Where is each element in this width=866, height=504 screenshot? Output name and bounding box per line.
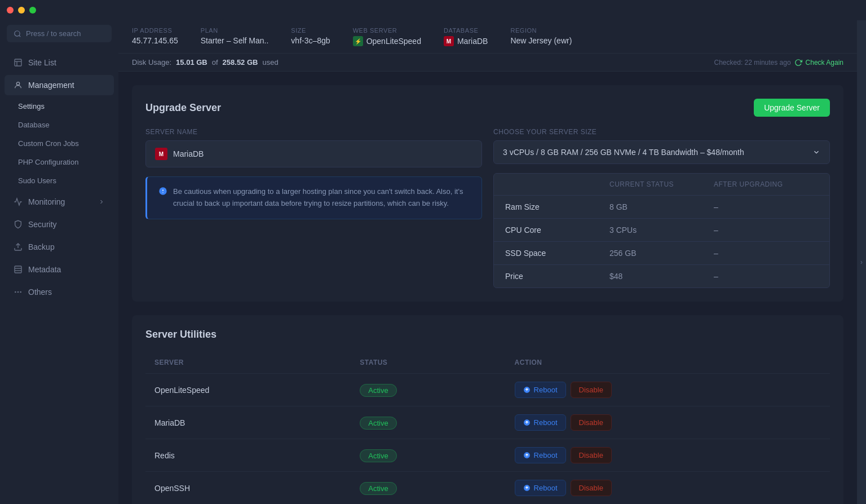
search-icon: [14, 30, 21, 38]
reboot-icon: [523, 452, 531, 459]
table-row: MariaDB Active Reboot Disable: [145, 406, 830, 439]
disk-total: 258.52 GB: [223, 58, 258, 67]
disable-button[interactable]: Disable: [571, 447, 612, 463]
upgrade-server-card: Upgrade Server Upgrade Server Server Nam…: [132, 85, 843, 302]
web-server-value: ⚡ OpenLiteSpeed: [353, 36, 421, 46]
sidebar-item-management[interactable]: Management: [5, 75, 114, 95]
right-panel-collapse[interactable]: ›: [857, 20, 866, 504]
svg-point-11: [20, 291, 21, 292]
check-again-link[interactable]: Check Again: [806, 59, 843, 67]
status-badge: Active: [360, 384, 396, 397]
reboot-icon: [523, 419, 531, 426]
server-action-cell: Reboot Disable: [506, 439, 830, 472]
server-size-select[interactable]: 3 vCPUs / 8 GB RAM / 256 GB NVMe / 4 TB …: [493, 140, 830, 164]
server-size-group: Choose Your Server Size 3 vCPUs / 8 GB R…: [493, 128, 830, 164]
database-label: DATABASE: [444, 27, 488, 34]
sidebar-item-security[interactable]: Security: [5, 214, 114, 235]
utilities-table-head-row: Server Status Action: [145, 352, 830, 374]
sidebar-item-metadata[interactable]: Metadata: [5, 259, 114, 280]
specs-row-ram: Ram Size 8 GB –: [494, 196, 829, 219]
warning-text: Be cautious when upgrading to a larger h…: [173, 186, 470, 210]
server-utilities-title: Server Utilities: [145, 329, 216, 341]
reboot-button[interactable]: Reboot: [515, 480, 566, 496]
disable-button[interactable]: Disable: [571, 480, 612, 496]
server-name-box: MariaDB: [145, 140, 482, 167]
upgrade-server-button[interactable]: Upgrade Server: [754, 99, 830, 117]
plan-value: Starter – Self Man..: [201, 36, 269, 45]
specs-col-current: Current Status: [609, 180, 714, 188]
size-value: vhf-3c–8gb: [291, 36, 330, 45]
server-action-cell: Reboot Disable: [506, 472, 830, 505]
chevron-right-icon: [98, 198, 105, 205]
svg-point-12: [15, 291, 16, 292]
chevron-down-icon: [812, 148, 820, 156]
svg-line-1: [19, 35, 21, 37]
sidebar-item-backup[interactable]: Backup: [5, 237, 114, 257]
security-label: Security: [28, 220, 57, 229]
database-label: Database: [18, 121, 50, 129]
sidebar-item-label: Site List: [28, 58, 56, 67]
status-badge: Active: [360, 417, 396, 430]
server-status-cell: Active: [351, 472, 505, 505]
titlebar: [0, 0, 866, 20]
action-buttons: Reboot Disable: [515, 447, 821, 463]
reboot-button[interactable]: Reboot: [515, 414, 566, 431]
svg-point-5: [16, 82, 19, 85]
refresh-icon: [794, 59, 802, 67]
disable-button[interactable]: Disable: [571, 382, 612, 398]
sidebar-item-site-list[interactable]: Site List: [5, 52, 114, 73]
disk-usage-label: Disk Usage:: [132, 58, 171, 67]
size-label: SIZE: [291, 27, 330, 34]
sidebar-item-monitoring[interactable]: Monitoring: [5, 192, 114, 212]
reboot-button[interactable]: Reboot: [515, 447, 566, 463]
ram-label: Ram Size: [505, 202, 609, 211]
table-row: OpenLiteSpeed Active Reboot Disable: [145, 374, 830, 406]
svg-rect-2: [15, 59, 21, 66]
server-name-cell: MariaDB: [145, 406, 351, 439]
server-name-cell: OpenSSH: [145, 472, 351, 505]
dot-red[interactable]: [7, 7, 14, 14]
server-utilities-header: Server Utilities: [145, 329, 830, 341]
reboot-button[interactable]: Reboot: [515, 382, 566, 398]
ip-address-value: 45.77.145.65: [132, 36, 178, 45]
action-buttons: Reboot Disable: [515, 480, 821, 496]
col-server: Server: [145, 352, 351, 374]
disable-button[interactable]: Disable: [571, 414, 612, 431]
region-value: New Jersey (ewr): [510, 36, 572, 45]
backup-icon: [14, 242, 23, 251]
metadata-label: Metadata: [28, 265, 61, 274]
plan-label: PLAN: [201, 27, 269, 34]
metadata-icon: [14, 265, 23, 274]
dot-yellow[interactable]: [18, 7, 25, 14]
specs-row-cpu: CPU Core 3 CPUs –: [494, 219, 829, 242]
sidebar-item-others[interactable]: Others: [5, 282, 114, 302]
web-server-label: WEB SERVER: [353, 27, 421, 34]
sidebar-item-sudo-users[interactable]: Sudo Users: [9, 172, 114, 189]
custom-cron-label: Custom Cron Jobs: [18, 139, 79, 148]
others-label: Others: [28, 288, 52, 297]
ip-address-label: IP ADDRESS: [132, 27, 178, 34]
status-badge: Active: [360, 449, 396, 462]
sidebar-item-php-config[interactable]: PHP Configuration: [9, 153, 114, 171]
site-list-icon: [14, 58, 23, 67]
warning-box: Be cautious when upgrading to a larger h…: [145, 176, 482, 219]
ram-current: 8 GB: [609, 202, 714, 211]
server-status-cell: Active: [351, 406, 505, 439]
info-bar-items: IP ADDRESS 45.77.145.65 PLAN Starter – S…: [132, 27, 572, 46]
svg-point-10: [17, 291, 18, 292]
management-icon: [14, 81, 23, 90]
cpu-current: 3 CPUs: [609, 226, 714, 235]
checked-label: Checked: 22 minutes ago: [714, 59, 791, 67]
sidebar-item-database[interactable]: Database: [9, 116, 114, 134]
sidebar-item-custom-cron[interactable]: Custom Cron Jobs: [9, 135, 114, 152]
ssd-after: –: [714, 249, 818, 258]
price-current: $48: [609, 272, 714, 281]
web-server-field: WEB SERVER ⚡ OpenLiteSpeed: [353, 27, 421, 46]
ssd-label: SSD Space: [505, 249, 609, 258]
dot-green[interactable]: [29, 7, 36, 14]
upgrade-right: Choose Your Server Size 3 vCPUs / 8 GB R…: [493, 128, 830, 288]
search-bar[interactable]: Press / to search: [7, 25, 112, 42]
backup-label: Backup: [28, 242, 55, 251]
database-text: MariaDB: [457, 37, 488, 46]
sidebar-item-settings[interactable]: Settings: [9, 98, 114, 115]
